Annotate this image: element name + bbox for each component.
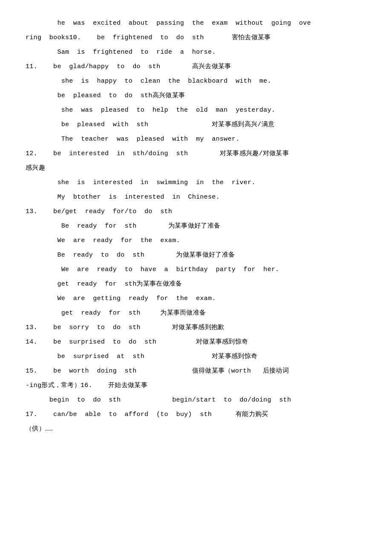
content-line-22: 14. be surprised to do sth 对做某事感到惊奇 — [26, 336, 366, 349]
content-line-24: 15. be worth doing sth 值得做某事（worth 后接动词 — [26, 365, 366, 378]
content-line-25: -ing形式，常考）16. 开始去做某事 — [26, 379, 366, 392]
content-line-0: he was excited about passing the exam wi… — [26, 17, 366, 30]
content-line-15: We are ready for the exam. — [26, 234, 366, 247]
content-line-6: she was pleased to help the old man yest… — [26, 104, 366, 117]
content-line-16: Be ready to do sth 为做某事做好了准备 — [26, 249, 366, 262]
content-line-27: 17. can/be able to afford (to buy) sth 有… — [26, 408, 366, 421]
content-line-21: 13. be sorry to do sth 对做某事感到抱歉 — [26, 321, 366, 334]
content-line-13: 13. be/get ready for/to do sth — [26, 205, 366, 218]
content-line-17: We are ready to have a birthday party fo… — [26, 263, 366, 276]
content-line-8: The teacher was pleased with my answer. — [26, 133, 366, 146]
content-line-28: （供）…… — [26, 423, 366, 436]
content-line-12: My btother is interested in Chinese. — [26, 191, 366, 204]
content-line-20: get ready for sth 为某事而做准备 — [26, 307, 366, 320]
content-line-3: 11. be glad/happy to do sth 高兴去做某事 — [26, 61, 366, 73]
content-line-26: begin to do sth begin/start to do/doing … — [26, 394, 366, 407]
content-line-5: be pleased to do sth高兴做某事 — [26, 90, 366, 102]
content-line-7: be pleased with sth 对某事感到高兴/满意 — [26, 119, 366, 131]
content-line-18: get ready for sth为某事在做准备 — [26, 278, 366, 291]
content-line-1: ring books10. be frightened to do sth 害怕… — [26, 32, 366, 44]
content-line-14: Be ready for sth 为某事做好了准备 — [26, 220, 366, 233]
content-line-19: We are getting ready for the exam. — [26, 292, 366, 305]
content-line-4: she is happy to clean the blackboard wit… — [26, 75, 366, 88]
content-line-23: be surprised at sth 对某事感到惊奇 — [26, 350, 366, 363]
content-line-11: she is interested in swimming in the riv… — [26, 176, 366, 189]
main-content: he was excited about passing the exam wi… — [26, 17, 366, 436]
content-line-2: Sam is frightened to ride a horse. — [26, 46, 366, 59]
content-line-9: 12. be interested in sth/doing sth 对某事感兴… — [26, 147, 366, 160]
content-line-10: 感兴趣 — [26, 162, 366, 175]
